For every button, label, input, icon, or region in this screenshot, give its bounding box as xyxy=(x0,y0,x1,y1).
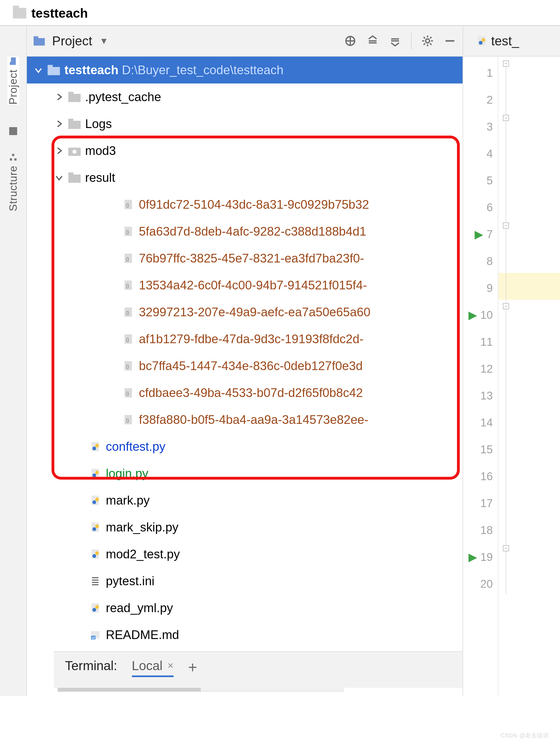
tree-file-readme[interactable]: MDREADME.md xyxy=(27,621,463,648)
tree-folder-mod3[interactable]: mod3 xyxy=(27,137,463,164)
tree-file-mark[interactable]: mark.py xyxy=(27,487,463,514)
gutter-line[interactable]: 20 xyxy=(463,570,493,597)
svg-point-53 xyxy=(92,473,96,477)
gutter-line[interactable]: 15 xyxy=(463,436,493,463)
svg-text:{}: {} xyxy=(126,283,129,288)
gutter-line[interactable]: 1 xyxy=(463,59,493,86)
svg-rect-5 xyxy=(12,154,14,156)
tree-node-path: D:\Buyer_test_code\testteach xyxy=(122,63,284,77)
tree-file[interactable]: {}af1b1279-fdbe-47da-9d3c-19193f8fdc2d- xyxy=(27,326,463,352)
settings-button[interactable] xyxy=(420,33,435,49)
line-number: 6 xyxy=(487,201,493,214)
run-icon[interactable]: ▶ xyxy=(468,550,477,563)
svg-point-59 xyxy=(92,527,96,531)
gutter-line[interactable]: 6 xyxy=(463,194,493,221)
gutter-line[interactable]: 17 xyxy=(463,490,493,517)
run-icon[interactable]: ▶ xyxy=(475,228,483,241)
sidebar-tab-project[interactable]: Project xyxy=(7,57,19,105)
svg-rect-26 xyxy=(68,119,73,122)
gutter-line[interactable]: 13 xyxy=(463,382,493,409)
line-number: 2 xyxy=(487,93,493,106)
gutter-line[interactable]: ▶19 xyxy=(463,543,493,570)
python-file-icon xyxy=(476,35,487,47)
gutter-line[interactable]: ▶7 xyxy=(463,221,493,248)
gutter-line[interactable]: 12 xyxy=(463,355,493,382)
select-opened-file-button[interactable] xyxy=(343,33,358,49)
tree-file-pytest-ini[interactable]: pytest.ini xyxy=(27,567,463,595)
tree-folder-logs[interactable]: Logs xyxy=(27,111,463,137)
gutter-line[interactable]: 3 xyxy=(463,113,493,140)
svg-line-18 xyxy=(424,44,425,45)
editor-tab-label[interactable]: test_ xyxy=(491,33,519,49)
line-number: 18 xyxy=(480,524,493,537)
tree-file-conftest[interactable]: conftest.py xyxy=(27,433,463,460)
tree-file-read-yml[interactable]: read_yml.py xyxy=(27,595,463,621)
json-file-icon: {} xyxy=(122,199,135,210)
tree-file[interactable]: {}0f91dc72-5104-43dc-8a31-9c0929b75b32 xyxy=(27,191,463,218)
add-terminal-button[interactable]: + xyxy=(188,658,197,676)
gutter-line[interactable]: 14 xyxy=(463,409,493,436)
close-icon[interactable]: × xyxy=(168,660,174,672)
expand-all-button[interactable] xyxy=(365,33,380,49)
svg-text:{}: {} xyxy=(126,203,129,208)
collapse-all-button[interactable] xyxy=(388,33,403,49)
tree-file-login[interactable]: login.py xyxy=(27,460,463,487)
gutter-line[interactable]: 18 xyxy=(463,517,493,543)
tree-file-mod2-test[interactable]: mod2_test.py xyxy=(27,541,463,567)
tree-node-label: mod3 xyxy=(85,144,116,158)
editor-tabs[interactable]: test_ xyxy=(463,26,560,57)
breadcrumb[interactable]: testteach xyxy=(0,0,560,25)
gutter-line[interactable]: 8 xyxy=(463,248,493,275)
sidebar-tab-structure[interactable]: Structure xyxy=(7,153,19,211)
python-file-icon xyxy=(89,495,101,506)
fold-toggle-icon[interactable] xyxy=(503,115,509,121)
gutter-line[interactable]: 16 xyxy=(463,463,493,490)
gutter-line[interactable]: ▶10 xyxy=(463,301,493,328)
tree-folder-pytest-cache[interactable]: .pytest_cache xyxy=(27,83,463,111)
svg-rect-25 xyxy=(68,121,81,129)
panel-title[interactable]: Project xyxy=(52,33,92,49)
project-tree[interactable]: testteach D:\Buyer_test_code\testteach .… xyxy=(27,57,463,696)
svg-rect-29 xyxy=(68,175,81,183)
tree-file[interactable]: {}bc7ffa45-1447-434e-836c-0deb127f0e3d xyxy=(27,352,463,379)
fold-toggle-icon[interactable] xyxy=(503,303,509,309)
fold-toggle-icon[interactable] xyxy=(503,61,509,67)
gutter-line[interactable]: 5 xyxy=(463,167,493,194)
chevron-down-icon[interactable] xyxy=(54,173,64,182)
tree-node-label: conftest.py xyxy=(106,440,165,454)
chevron-down-icon[interactable]: ▼ xyxy=(99,36,108,46)
tree-folder-result[interactable]: result xyxy=(27,164,463,191)
tree-file[interactable]: {}cfdbaee3-49ba-4533-b07d-d2f65f0b8c42 xyxy=(27,379,463,406)
svg-text:{}: {} xyxy=(126,391,129,396)
fold-toggle-icon[interactable] xyxy=(503,545,509,551)
chevron-right-icon[interactable] xyxy=(54,146,64,155)
editor-text-area[interactable] xyxy=(514,57,560,696)
editor-gutter[interactable]: 123456▶789▶101112131415161718▶1920 xyxy=(463,57,498,696)
tree-file[interactable]: {}76b97ffc-3825-45e7-8321-ea3fd7ba23f0- xyxy=(27,245,463,272)
chevron-right-icon[interactable] xyxy=(54,119,64,129)
editor-fold-strip[interactable] xyxy=(498,57,514,696)
gutter-line[interactable]: 9 xyxy=(463,275,493,301)
tree-file[interactable]: {}5fa63d7d-8deb-4afc-9282-c388d188b4d1 xyxy=(27,218,463,245)
tree-file[interactable]: {}32997213-207e-49a9-aefc-ea7a50e65a60 xyxy=(27,298,463,326)
gutter-line[interactable]: 11 xyxy=(463,328,493,355)
python-file-icon xyxy=(89,548,101,560)
tree-root[interactable]: testteach D:\Buyer_test_code\testteach xyxy=(27,57,463,83)
tree-file[interactable]: {}13534a42-6c0f-4c00-94b7-914521f015f4- xyxy=(27,272,463,298)
tree-node-label: mark_skip.py xyxy=(106,520,178,534)
gutter-line[interactable]: 2 xyxy=(463,86,493,113)
tree-file[interactable]: {}f38fa880-b0f5-4ba4-aa9a-3a14573e82ee- xyxy=(27,406,463,433)
terminal-tool-window-header[interactable]: Terminal: Local × + xyxy=(54,651,463,688)
tree-file-mark-skip[interactable]: mark_skip.py xyxy=(27,514,463,541)
run-icon[interactable]: ▶ xyxy=(468,309,477,321)
svg-rect-23 xyxy=(68,94,81,102)
line-number: 16 xyxy=(480,470,493,483)
tree-node-label: read_yml.py xyxy=(106,601,173,615)
chevron-right-icon[interactable] xyxy=(54,92,64,102)
fold-toggle-icon[interactable] xyxy=(503,222,509,228)
chevron-down-icon[interactable] xyxy=(33,65,43,75)
hide-button[interactable] xyxy=(443,33,458,49)
gutter-line[interactable]: 4 xyxy=(463,140,493,167)
terminal-tab-local[interactable]: Local × xyxy=(132,658,174,677)
terminal-label: Terminal: xyxy=(65,658,117,673)
